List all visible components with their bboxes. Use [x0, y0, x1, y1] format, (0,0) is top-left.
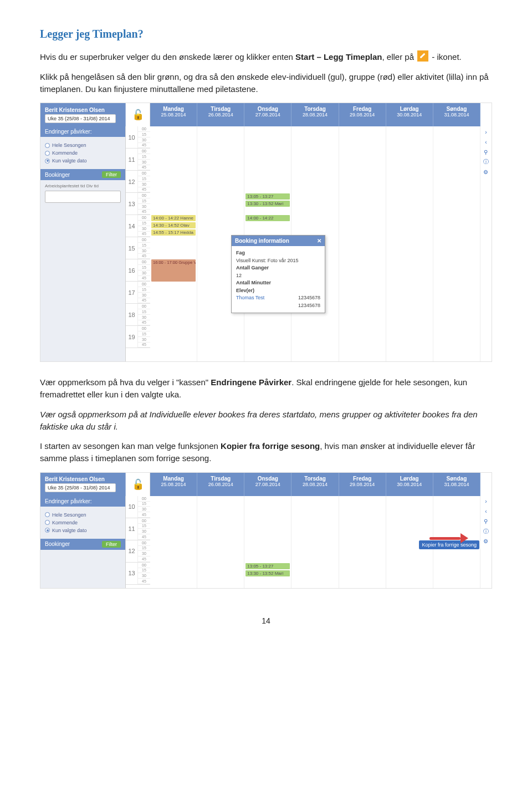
- kopier-fra-forrige-sesong: Kopier fra forrige sesong: [221, 441, 320, 451]
- hour-row: 1000153045: [126, 126, 150, 149]
- location-icon[interactable]: ⚲: [483, 149, 489, 155]
- hour-row: 1200153045: [126, 171, 150, 193]
- day-fri[interactable]: [339, 126, 386, 361]
- radio-icon: [45, 143, 50, 148]
- text: - ikonet.: [429, 52, 462, 62]
- bookinger-section-header: Bookinger Filter: [40, 539, 125, 550]
- week-picker[interactable]: Uke 35 (25/08 - 31/08) 2014: [45, 483, 116, 492]
- bookinger-section-header: Bookinger Filter: [40, 169, 125, 180]
- hour-row: 1500153045: [126, 237, 150, 259]
- right-toolbar: › ‹ ⚲ ⓘ ⚙: [480, 496, 492, 588]
- calendar-event[interactable]: 14:55 - 15:17 Hedda: [151, 229, 196, 236]
- booking-popup: Booking information ✕ Fag Visuell Kunst:…: [231, 235, 325, 313]
- day-header: Mandag25.08.2014: [150, 103, 197, 126]
- gear-icon[interactable]: ⚙: [483, 168, 489, 175]
- teacher-name: Berit Kristensen Olsen: [45, 107, 121, 113]
- day-header: Mandag25.08.2014: [150, 473, 197, 496]
- text: Hvis du er superbruker velger du den øns…: [40, 52, 295, 62]
- hour-row: 1300153045: [126, 563, 150, 585]
- hour-row: 1800153045: [126, 304, 150, 326]
- lock-icon[interactable]: 🔓: [132, 109, 144, 121]
- lock-icon[interactable]: 🔓: [132, 478, 144, 491]
- right-icon-col-header: [480, 473, 492, 496]
- next-icon[interactable]: ›: [483, 129, 489, 135]
- day-fri[interactable]: [339, 496, 386, 588]
- red-arrow-annotation: [429, 532, 468, 544]
- note-paragraph-3: I starten av sesongen kan man velge funk…: [40, 440, 492, 464]
- prev-icon[interactable]: ‹: [483, 139, 489, 145]
- day-headers: Mandag25.08.2014 Tirsdag26.08.2014 Onsda…: [150, 103, 480, 126]
- teacher-week-selector: Berit Kristensen Olsen Uke 35 (25/08 - 3…: [40, 103, 126, 126]
- radio-kun-valgte-dato[interactable]: Kun valgte dato: [45, 158, 121, 164]
- filter-button[interactable]: Filter: [102, 541, 121, 548]
- intro-paragraph-2: Klikk på hengelåsen så den blir grønn, o…: [40, 71, 492, 95]
- day-header: Onsdag27.08.2014: [244, 103, 291, 126]
- radio-kun-valgte-dato[interactable]: Kun valgte dato: [45, 528, 121, 533]
- hour-row: 1200153045: [126, 540, 150, 563]
- day-wed[interactable]: 13:05 - 13:2713:30 - 13:52 Mari: [244, 496, 291, 588]
- day-sun[interactable]: [433, 126, 480, 361]
- next-icon[interactable]: ›: [483, 498, 489, 505]
- day-mon[interactable]: 14:00 - 14:22 Hanne14:30 - 14:52 Olav14:…: [150, 126, 197, 361]
- calendar-event[interactable]: 14:30 - 14:52 Olav: [151, 222, 196, 228]
- calendar-event[interactable]: 14:00 - 14:22 Hanne: [151, 215, 196, 221]
- day-header: Torsdag28.08.2014: [291, 473, 339, 496]
- endringer-options: Hele Sesongen Kommende Kun valgte dato: [40, 137, 125, 169]
- timetable-screenshot-1: Berit Kristensen Olsen Uke 35 (25/08 - 3…: [40, 103, 492, 362]
- schedule-grid[interactable]: 1000153045110015304512001530451300153045…: [126, 496, 492, 588]
- gear-icon[interactable]: ⚙: [483, 538, 489, 545]
- close-icon[interactable]: ✕: [317, 238, 321, 244]
- location-icon[interactable]: ⚲: [483, 518, 489, 525]
- calendar-event[interactable]: 13:05 - 13:27: [245, 563, 290, 569]
- day-header: Onsdag27.08.2014: [244, 473, 291, 496]
- calendar-event[interactable]: 13:05 - 13:27: [245, 193, 290, 200]
- hour-row: 1000153045: [126, 496, 150, 518]
- page-number: 14: [40, 616, 492, 625]
- right-icon-col-header: [480, 103, 492, 126]
- week-picker[interactable]: Uke 35 (25/08 - 31/08) 2014: [45, 114, 116, 123]
- prev-icon[interactable]: ‹: [483, 508, 489, 515]
- note-paragraph-1: Vær oppmerksom på hva du velger i "kasse…: [40, 376, 492, 401]
- radio-hele-sesongen[interactable]: Hele Sesongen: [45, 512, 121, 518]
- calendar-event[interactable]: 13:30 - 13:52 Mari: [245, 570, 290, 576]
- day-thu[interactable]: [291, 496, 339, 588]
- bookinger-body: Arbeidsplanfestet tid Div tid: [40, 180, 125, 206]
- calendar-event[interactable]: 16:00 - 17:00 Gruppe Visuell Kunst Foto …: [151, 259, 196, 282]
- popup-header: Booking information ✕: [232, 236, 325, 246]
- note-paragraph-2: Vær også oppmerksom på at Individuelle e…: [40, 408, 492, 433]
- elev-link[interactable]: Thomas Test: [236, 294, 264, 302]
- radio-kommende[interactable]: Kommende: [45, 150, 121, 156]
- hour-row: 1400153045: [126, 215, 150, 237]
- lock-column[interactable]: 🔓: [126, 103, 150, 126]
- day-header: Søndag31.08.2014: [433, 103, 480, 126]
- page-heading: Legger jeg Timeplan?: [40, 28, 492, 40]
- hour-row: 1100153045: [126, 518, 150, 540]
- day-header: Fredag29.08.2014: [339, 103, 386, 126]
- radio-hele-sesongen[interactable]: Hele Sesongen: [45, 142, 121, 148]
- radio-icon: [45, 520, 50, 525]
- edit-icon: [417, 50, 428, 62]
- day-header: Tirsdag26.08.2014: [197, 103, 244, 126]
- calendar-event[interactable]: 14:00 - 14:22: [245, 215, 290, 221]
- day-header: Fredag29.08.2014: [339, 473, 386, 496]
- lock-column[interactable]: 🔓: [126, 473, 150, 496]
- timetable-header: Berit Kristensen Olsen Uke 35 (25/08 - 3…: [40, 103, 492, 126]
- info-icon[interactable]: ⓘ: [483, 159, 489, 165]
- filter-button[interactable]: Filter: [102, 171, 121, 178]
- schedule-grid[interactable]: 1000153045110015304512001530451300153045…: [126, 126, 492, 361]
- teacher-week-selector: Berit Kristensen Olsen Uke 35 (25/08 - 3…: [40, 473, 126, 496]
- day-mon[interactable]: [150, 496, 197, 588]
- text: , eller på: [382, 52, 417, 62]
- info-icon[interactable]: ⓘ: [483, 528, 489, 535]
- hour-row: 1700153045: [126, 282, 150, 304]
- timetable-screenshot-2: Berit Kristensen Olsen Uke 35 (25/08 - 3…: [40, 472, 492, 589]
- booking-input[interactable]: [45, 191, 121, 203]
- calendar-event[interactable]: 13:30 - 13:52 Mari: [245, 201, 290, 207]
- radio-kommende[interactable]: Kommende: [45, 520, 121, 525]
- timetable-header: Berit Kristensen Olsen Uke 35 (25/08 - 3…: [40, 473, 492, 496]
- hour-row: 1100153045: [126, 149, 150, 171]
- sidebar: Endringer påvirker: Hele Sesongen Kommen…: [40, 126, 126, 361]
- day-tue[interactable]: [197, 496, 244, 588]
- endringer-options: Hele Sesongen Kommende Kun valgte dato: [40, 507, 125, 539]
- day-sat[interactable]: [386, 126, 433, 361]
